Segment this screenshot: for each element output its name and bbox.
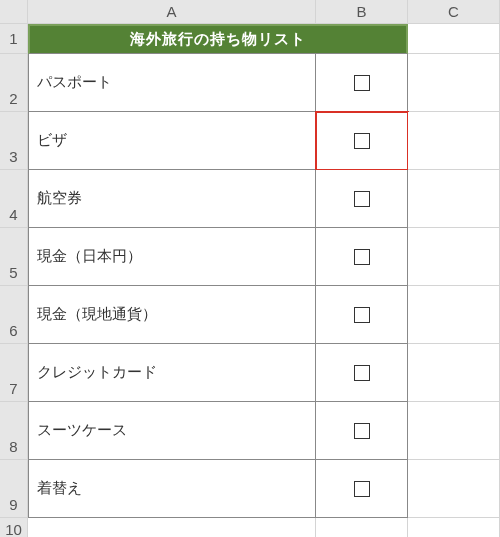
row-header-9[interactable]: 9 bbox=[0, 460, 28, 518]
checkbox-icon[interactable] bbox=[354, 249, 370, 265]
row-header-5[interactable]: 5 bbox=[0, 228, 28, 286]
col-header-B[interactable]: B bbox=[316, 0, 408, 24]
select-all-corner[interactable] bbox=[0, 0, 28, 24]
row-header-6[interactable]: 6 bbox=[0, 286, 28, 344]
cell-C8[interactable] bbox=[408, 402, 500, 460]
item-cell[interactable]: ビザ bbox=[28, 112, 316, 170]
check-cell[interactable] bbox=[316, 344, 408, 402]
checkbox-icon[interactable] bbox=[354, 133, 370, 149]
row-header-8[interactable]: 8 bbox=[0, 402, 28, 460]
row-header-3[interactable]: 3 bbox=[0, 112, 28, 170]
col-header-A[interactable]: A bbox=[28, 0, 316, 24]
checkbox-icon[interactable] bbox=[354, 423, 370, 439]
item-cell[interactable]: スーツケース bbox=[28, 402, 316, 460]
row-header-4[interactable]: 4 bbox=[0, 170, 28, 228]
checkbox-icon[interactable] bbox=[354, 307, 370, 323]
cell-C1[interactable] bbox=[408, 24, 500, 54]
item-cell[interactable]: 航空券 bbox=[28, 170, 316, 228]
col-header-C[interactable]: C bbox=[408, 0, 500, 24]
cell-C6[interactable] bbox=[408, 286, 500, 344]
row-header-7[interactable]: 7 bbox=[0, 344, 28, 402]
check-cell[interactable] bbox=[316, 170, 408, 228]
check-cell[interactable] bbox=[316, 402, 408, 460]
check-cell[interactable] bbox=[316, 54, 408, 112]
checkbox-icon[interactable] bbox=[354, 481, 370, 497]
cell-C5[interactable] bbox=[408, 228, 500, 286]
checkbox-icon[interactable] bbox=[354, 75, 370, 91]
checkbox-icon[interactable] bbox=[354, 191, 370, 207]
row-header-10[interactable]: 10 bbox=[0, 518, 28, 537]
check-cell[interactable] bbox=[316, 460, 408, 518]
item-cell[interactable]: 着替え bbox=[28, 460, 316, 518]
row-header-2[interactable]: 2 bbox=[0, 54, 28, 112]
cell-C3[interactable] bbox=[408, 112, 500, 170]
cell-C4[interactable] bbox=[408, 170, 500, 228]
check-cell[interactable] bbox=[316, 228, 408, 286]
title-cell[interactable]: 海外旅行の持ち物リスト bbox=[28, 24, 408, 54]
cell-A10[interactable] bbox=[28, 518, 316, 537]
item-cell[interactable]: クレジットカード bbox=[28, 344, 316, 402]
item-cell[interactable]: パスポート bbox=[28, 54, 316, 112]
cell-C10[interactable] bbox=[408, 518, 500, 537]
cell-C9[interactable] bbox=[408, 460, 500, 518]
cell-B10[interactable] bbox=[316, 518, 408, 537]
row-header-1[interactable]: 1 bbox=[0, 24, 28, 54]
item-cell[interactable]: 現金（日本円） bbox=[28, 228, 316, 286]
checkbox-icon[interactable] bbox=[354, 365, 370, 381]
spreadsheet-grid: A B C 1 海外旅行の持ち物リスト 2 パスポート 3 ビザ 4 航空券 5… bbox=[0, 0, 500, 537]
item-cell[interactable]: 現金（現地通貨） bbox=[28, 286, 316, 344]
check-cell-selected[interactable] bbox=[316, 112, 408, 170]
cell-C7[interactable] bbox=[408, 344, 500, 402]
check-cell[interactable] bbox=[316, 286, 408, 344]
cell-C2[interactable] bbox=[408, 54, 500, 112]
